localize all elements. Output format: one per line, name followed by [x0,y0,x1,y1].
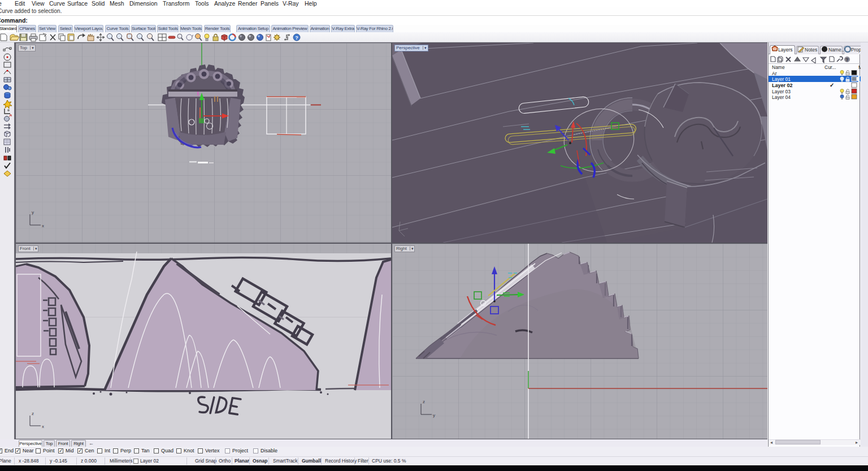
svg-text:x: x [42,424,44,429]
svg-text:y: y [32,210,34,215]
svg-text:Notes: Notes [805,47,817,53]
svg-text:Name..: Name.. [828,47,844,53]
svg-text:z: z [32,411,34,416]
svg-text:x: x [42,223,44,228]
svg-text:y: y [433,413,435,418]
svg-text:Layers: Layers [778,47,793,53]
svg-text:?: ? [295,35,298,41]
svg-text:z: z [423,399,425,404]
svg-text:?: ? [846,57,849,62]
svg-text:Prope: Prope [851,47,861,53]
